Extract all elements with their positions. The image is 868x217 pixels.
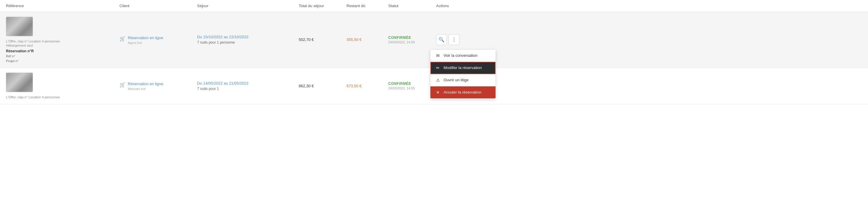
statut-cell: CONFIRMÉE 24/03/2022, 14:55 (388, 82, 436, 90)
header-actions: Actions (436, 4, 496, 8)
dropdown-menu: ✉ Voir la conversation ✏ Modifier la rés… (430, 49, 496, 99)
statut-date: 24/03/2022, 14:55 (388, 86, 436, 90)
close-icon: ✕ (435, 90, 441, 95)
client-cell: 🛒 Réservation en ligne Mauvais bot (120, 81, 197, 91)
actions-cell: 🔍 ⋮ ✉ Voir la conversation ✏ Modifier la… (436, 34, 496, 45)
reservation-number: Réservation n°R (6, 49, 120, 53)
project-number: Projet n° (6, 59, 120, 63)
search-icon: 🔍 (438, 37, 444, 42)
statut-cell: CONFIRMÉE 24/03/2022, 14:59 (388, 36, 436, 44)
warning-icon: ⚠ (435, 78, 441, 83)
voir-conversation-label: Voir la conversation (443, 53, 477, 58)
header-statut: Statut (388, 4, 436, 8)
header-client: Client (120, 4, 197, 8)
client-info: Réservation en ligne Agent bot (128, 36, 163, 44)
property-image (6, 73, 33, 92)
edit-icon: ✏ (435, 65, 441, 70)
sejour-dates: Du 14/05/2022 au 21/05/2022 (197, 81, 299, 86)
more-options-button[interactable]: ⋮ (448, 34, 459, 45)
client-name: Réservation en ligne (128, 36, 163, 40)
property-image-inner (6, 73, 33, 92)
total-amount: 862,30 € (299, 84, 346, 88)
sejour-cell: Du 14/05/2022 au 21/05/2022 7 nuits pour… (197, 81, 299, 91)
reference-cell: L'Offre, clap n° Location 4 personnes Hé… (6, 17, 120, 63)
property-image-inner (6, 17, 33, 36)
annuler-reservation-item[interactable]: ✕ Annuler la réservation (430, 86, 496, 98)
property-image (6, 17, 33, 36)
dots-vertical-icon: ⋮ (452, 37, 456, 42)
property-title: L'Offre, clap n° Location 4 personnes (6, 95, 66, 99)
client-sub: Agent bot (128, 41, 163, 44)
sejour-details: 7 nuits pour 1 (197, 87, 299, 91)
restant-amount: 355,50 € (346, 37, 388, 42)
basket-icon: 🛒 (120, 82, 125, 88)
search-button[interactable]: 🔍 (436, 34, 447, 45)
header-reference: Référence (6, 4, 120, 8)
table-header: Référence Client Séjour Total du séjour … (0, 0, 868, 12)
statut-label: CONFIRMÉE (388, 82, 436, 86)
client-info: Réservation en ligne Mauvais bot (128, 82, 163, 91)
modifier-reservation-item[interactable]: ✏ Modifier la réservation (430, 62, 496, 74)
reservations-table: Référence Client Séjour Total du séjour … (0, 0, 868, 104)
sejour-details: 7 nuits pour 1 personne (197, 40, 299, 44)
ref-number: Réf n° (6, 54, 120, 58)
reference-cell: L'Offre, clap n° Location 4 personnes (6, 73, 120, 99)
total-amount: 502,70 € (299, 37, 346, 42)
ouvrir-litige-label: Ouvrir un litige (443, 78, 469, 82)
client-name: Réservation en ligne (128, 82, 163, 86)
client-sub: Mauvais bot (128, 87, 163, 91)
header-restant: Restant dû (346, 4, 388, 8)
header-total: Total du séjour (299, 4, 346, 8)
property-title: L'Offre, clap n° Location 4 personnes Hé… (6, 39, 66, 48)
header-sejour: Séjour (197, 4, 299, 8)
envelope-icon: ✉ (435, 53, 441, 58)
table-row: L'Offre, clap n° Location 4 personnes Hé… (0, 12, 868, 68)
ouvrir-litige-item[interactable]: ⚠ Ouvrir un litige (430, 74, 496, 86)
statut-label: CONFIRMÉE (388, 36, 436, 40)
sejour-cell: Du 15/10/2022 au 22/10/2022 7 nuits pour… (197, 35, 299, 44)
voir-conversation-item[interactable]: ✉ Voir la conversation (430, 50, 496, 62)
annuler-reservation-label: Annuler la réservation (443, 90, 481, 94)
basket-icon: 🛒 (120, 36, 125, 41)
modifier-reservation-label: Modifier la réservation (443, 65, 482, 70)
sejour-dates: Du 15/10/2022 au 22/10/2022 (197, 35, 299, 39)
client-cell: 🛒 Réservation en ligne Agent bot (120, 35, 197, 44)
statut-date: 24/03/2022, 14:59 (388, 40, 436, 44)
restant-amount: 673,50 € (346, 84, 388, 88)
